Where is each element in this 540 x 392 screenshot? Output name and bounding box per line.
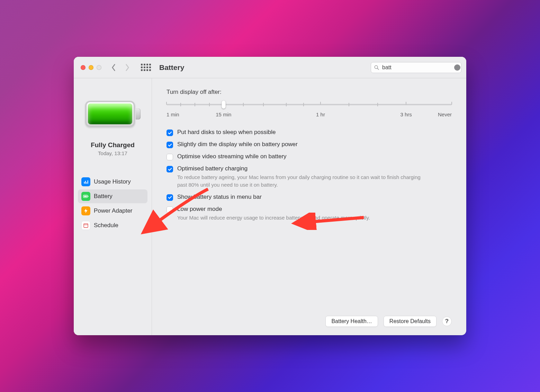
option-label: Optimised battery charging [177, 165, 430, 172]
sidebar: Fully Charged Today, 13:17 Usage History… [74, 78, 152, 335]
battery-status-title: Fully Charged [91, 141, 135, 149]
opt-show-status-menubar[interactable]: Show battery status in menu bar [166, 194, 430, 201]
sidebar-item-usage-history[interactable]: Usage History [78, 175, 147, 189]
display-off-slider[interactable] [166, 100, 452, 109]
svg-line-1 [377, 68, 379, 70]
bolt-icon [81, 206, 90, 215]
sidebar-item-label: Schedule [94, 222, 118, 229]
forward-button [125, 64, 130, 71]
option-label: Low power mode [177, 206, 370, 213]
battery-icon [81, 192, 90, 201]
search-field[interactable] [371, 62, 461, 73]
sidebar-item-label: Usage History [94, 178, 131, 185]
svg-rect-4 [86, 182, 87, 184]
opt-optimised-charging[interactable]: Optimised battery charging To reduce bat… [166, 165, 430, 189]
svg-rect-3 [85, 181, 86, 184]
chevron-right-icon [125, 64, 130, 71]
slider-ticks [166, 102, 452, 107]
battery-health-button[interactable]: Battery Health… [325, 316, 378, 327]
svg-rect-2 [84, 182, 85, 184]
battery-hero-icon [85, 99, 141, 129]
option-label: Optimise video streaming while on batter… [177, 153, 287, 160]
close-icon [456, 66, 459, 69]
sidebar-item-power-adapter[interactable]: Power Adapter [78, 204, 147, 218]
window-controls [81, 65, 101, 70]
zoom-window-button [97, 65, 101, 70]
checkbox[interactable] [166, 194, 173, 201]
battery-status-time: Today, 13:17 [98, 150, 127, 156]
show-all-prefs-button[interactable] [141, 64, 151, 71]
slider-thumb[interactable] [222, 100, 226, 109]
svg-rect-8 [88, 196, 89, 197]
svg-rect-9 [84, 224, 88, 228]
usage-history-icon [81, 177, 90, 186]
slider-label: Turn display off after: [166, 89, 452, 96]
sidebar-item-battery[interactable]: Battery [78, 189, 147, 203]
sidebar-item-label: Battery [94, 193, 112, 200]
option-sublabel: Your Mac will reduce energy usage to inc… [177, 214, 370, 222]
sidebar-item-schedule[interactable]: Schedule [78, 219, 147, 232]
footer: Battery Health… Restore Defaults ? [166, 309, 452, 327]
checkbox[interactable] [166, 142, 173, 148]
opt-low-power-mode[interactable]: Low power mode Your Mac will reduce ener… [166, 206, 430, 222]
minimise-window-button[interactable] [89, 65, 93, 70]
nav-group [111, 64, 130, 71]
window-title: Battery [159, 63, 184, 72]
search-input[interactable] [382, 64, 451, 71]
option-label: Put hard disks to sleep when possible [177, 129, 276, 136]
option-label: Show battery status in menu bar [177, 194, 262, 201]
checkbox[interactable] [166, 166, 173, 172]
svg-rect-7 [84, 196, 87, 197]
options-list: Put hard disks to sleep when possible Sl… [166, 129, 430, 221]
sidebar-item-label: Power Adapter [94, 207, 133, 214]
chevron-left-icon [111, 64, 116, 71]
opt-optimise-video[interactable]: Optimise video streaming while on batter… [166, 153, 430, 160]
restore-defaults-button[interactable]: Restore Defaults [384, 316, 436, 327]
option-sublabel: To reduce battery ageing, your Mac learn… [177, 173, 430, 189]
opt-hard-disks-sleep[interactable]: Put hard disks to sleep when possible [166, 129, 430, 136]
search-icon [374, 65, 379, 70]
back-button[interactable] [111, 64, 116, 71]
content-pane: Turn display off after: [152, 78, 466, 335]
sidebar-nav: Usage History Battery Power Adapter [78, 175, 147, 232]
checkbox[interactable] [166, 154, 173, 160]
checkbox[interactable] [166, 206, 173, 213]
toolbar: Battery [74, 57, 466, 78]
svg-rect-5 [88, 180, 88, 184]
close-window-button[interactable] [81, 65, 86, 70]
slider-tick-labels: 1 min 15 min 1 hr 3 hrs Never [166, 112, 452, 119]
calendar-icon [81, 221, 90, 230]
option-label: Slightly dim the display while on batter… [177, 141, 298, 148]
help-button[interactable]: ? [442, 317, 452, 326]
opt-dim-display[interactable]: Slightly dim the display while on batter… [166, 141, 430, 148]
battery-preferences-window: Battery Fully Charged Today, 13:17 [74, 57, 466, 335]
checkbox[interactable] [166, 130, 173, 136]
clear-search-button[interactable] [454, 64, 460, 71]
